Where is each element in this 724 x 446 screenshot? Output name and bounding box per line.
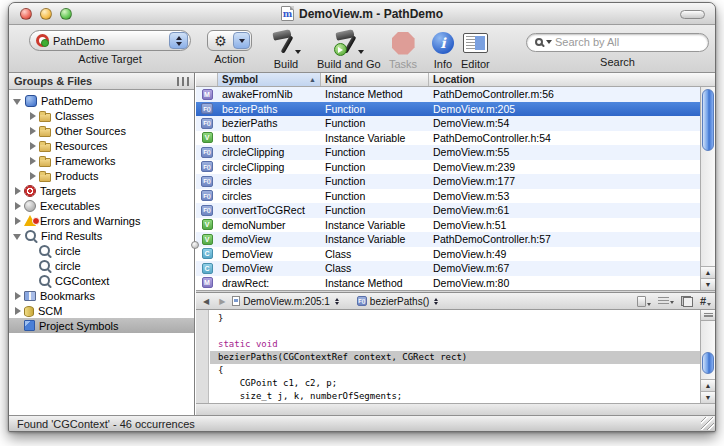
table-row[interactable]: F()circlesFunctionDemoView.m:53	[196, 189, 700, 204]
table-row[interactable]: F()bezierPathsFunctionDemoView.m:205	[196, 102, 700, 117]
resize-grip[interactable]	[701, 417, 714, 430]
function-popup[interactable]: F() bezierPaths()	[357, 296, 438, 307]
scm-icon	[24, 306, 34, 317]
scroll-up-button[interactable]: ▲	[701, 379, 715, 391]
minimize-button[interactable]	[40, 8, 52, 20]
sidebar-item-classes[interactable]: Classes	[9, 108, 194, 123]
disclosure-triangle-icon[interactable]	[15, 307, 21, 315]
table-row[interactable]: MawakeFromNibInstance MethodPathDemoCont…	[196, 87, 700, 102]
table-scrollbar-thumb[interactable]	[702, 89, 714, 151]
file-popup-label: DemoView.m:205:1	[243, 296, 330, 307]
scroll-down-button[interactable]: ▼	[701, 391, 715, 403]
disclosure-triangle-icon[interactable]	[15, 292, 21, 300]
table-row[interactable]: F()circleClippingFunctionDemoView.m:55	[196, 145, 700, 160]
sidebar-item-circle[interactable]: circle	[9, 243, 194, 258]
pane-splitter-handle[interactable]	[191, 241, 199, 249]
action-button[interactable]: ⚙	[207, 30, 252, 51]
disclosure-triangle-icon[interactable]	[13, 234, 21, 240]
search-field[interactable]	[526, 33, 709, 52]
sidebar-item-bookmarks[interactable]: Bookmarks	[9, 288, 194, 303]
table-scrollbar[interactable]: ▲ ▼	[700, 87, 715, 290]
bookmarks-menu-button[interactable]	[637, 296, 651, 307]
chevron-down-icon	[670, 301, 674, 304]
file-history-popup[interactable]: DemoView.m:205:1	[232, 296, 339, 307]
header-location-column[interactable]: Location	[429, 73, 715, 86]
back-icon[interactable]: ◀	[200, 297, 212, 306]
tasks-group: Tasks	[389, 30, 417, 70]
active-target-popup[interactable]: PathDemo	[29, 30, 191, 51]
disclosure-triangle-icon[interactable]	[15, 202, 21, 210]
folder-icon	[39, 173, 51, 182]
cell-symbol: button	[218, 132, 321, 144]
disclosure-triangle-icon[interactable]	[30, 157, 36, 165]
sidebar-item-scm[interactable]: SCM	[9, 303, 194, 318]
info-button[interactable]: i	[432, 32, 454, 54]
split-editor-button[interactable]	[701, 310, 715, 321]
sidebar-item-targets[interactable]: Targets	[9, 183, 194, 198]
function-badge-icon: F()	[201, 147, 213, 158]
cell-location: DemoView.m:53	[429, 190, 700, 202]
mag-icon	[39, 260, 51, 272]
table-row[interactable]: F()circleClippingFunctionDemoView.m:239	[196, 160, 700, 175]
editor-bottom-strip	[196, 403, 715, 415]
table-row[interactable]: CDemoViewClassDemoView.h:49	[196, 247, 700, 262]
build-button[interactable]	[271, 30, 301, 56]
close-button[interactable]	[20, 8, 32, 20]
cell-kind: Function	[321, 146, 429, 158]
sidebar-item-executables[interactable]: Executables	[9, 198, 194, 213]
table-row[interactable]: VdemoNumberInstance VariableDemoView.h:5…	[196, 218, 700, 233]
sidebar-item-cgcontext[interactable]: CGContext	[9, 273, 194, 288]
cell-location: DemoView.m:239	[429, 161, 700, 173]
sidebar-item-frameworks[interactable]: Frameworks	[9, 153, 194, 168]
sidebar-item-products[interactable]: Products	[9, 168, 194, 183]
sidebar-header-label: Groups & Files	[14, 75, 177, 87]
build-and-go-dropdown-icon[interactable]	[358, 50, 364, 54]
breakpoints-menu-button[interactable]	[658, 297, 674, 305]
line-number-menu-button[interactable]: #	[700, 295, 711, 307]
table-row[interactable]: CDemoViewClassDemoView.m:67	[196, 261, 700, 276]
cell-location: DemoView.m:61	[429, 204, 700, 216]
search-scope-dropdown-icon[interactable]	[546, 40, 552, 44]
disclosure-triangle-icon[interactable]	[15, 187, 21, 195]
disclosure-triangle-icon[interactable]	[15, 217, 21, 225]
code-editor[interactable]: } static voidbezierPaths(CGContextRef co…	[196, 310, 715, 403]
editor-button[interactable]	[463, 33, 488, 53]
editor-scrollbar[interactable]: ▲ ▼	[700, 310, 715, 403]
code-area[interactable]: } static voidbezierPaths(CGContextRef co…	[210, 310, 700, 403]
sidebar-item-other-sources[interactable]: Other Sources	[9, 123, 194, 138]
sidebar-item-project-symbols[interactable]: Project Symbols	[9, 318, 194, 333]
header-symbol-column[interactable]: Symbol ▲	[218, 73, 321, 86]
sidebar-item-pathdemo[interactable]: PathDemo	[9, 93, 194, 108]
sidebar-item-circle[interactable]: circle	[9, 258, 194, 273]
header-badge-column[interactable]	[196, 73, 218, 86]
search-input[interactable]	[555, 36, 700, 48]
sidebar-item-resources[interactable]: Resources	[9, 138, 194, 153]
sidebar-item-find-results[interactable]: Find Results	[9, 228, 194, 243]
table-row[interactable]: VdemoViewInstance VariablePathDemoContro…	[196, 232, 700, 247]
sidebar-item-errors-and-warnings[interactable]: Errors and Warnings	[9, 213, 194, 228]
zoom-button[interactable]	[60, 8, 72, 20]
header-kind-column[interactable]: Kind	[321, 73, 429, 86]
sidebar-split-control-icon[interactable]	[177, 77, 189, 86]
scroll-down-button[interactable]: ▼	[701, 278, 715, 290]
table-row[interactable]: F()bezierPathsFunctionDemoView.m:54	[196, 116, 700, 131]
counterpart-button[interactable]	[681, 296, 693, 307]
table-row[interactable]: F()convertToCGRectFunctionDemoView.m:61	[196, 203, 700, 218]
build-dropdown-icon[interactable]	[295, 50, 301, 54]
editor-scrollbar-thumb[interactable]	[702, 352, 714, 374]
forward-icon[interactable]: ▶	[216, 297, 228, 306]
scroll-up-button[interactable]: ▲	[701, 266, 715, 278]
table-row[interactable]: VbuttonInstance VariablePathDemoControll…	[196, 131, 700, 146]
symbol-table-body: MawakeFromNibInstance MethodPathDemoCont…	[196, 87, 700, 290]
cell-kind: Instance Method	[321, 88, 429, 100]
title-bar[interactable]: m DemoView.m - PathDemo	[9, 3, 715, 25]
disclosure-triangle-icon[interactable]	[30, 127, 36, 135]
build-and-go-button[interactable]	[334, 30, 364, 56]
disclosure-triangle-icon[interactable]	[30, 172, 36, 180]
table-row[interactable]: F()circlesFunctionDemoView.m:177	[196, 174, 700, 189]
disclosure-triangle-icon[interactable]	[30, 142, 36, 150]
table-row[interactable]: MdrawRect:Instance MethodDemoView.m:80	[196, 276, 700, 291]
disclosure-triangle-icon[interactable]	[13, 99, 21, 105]
disclosure-triangle-icon[interactable]	[30, 112, 36, 120]
toolbar-toggle-button[interactable]	[680, 10, 705, 19]
